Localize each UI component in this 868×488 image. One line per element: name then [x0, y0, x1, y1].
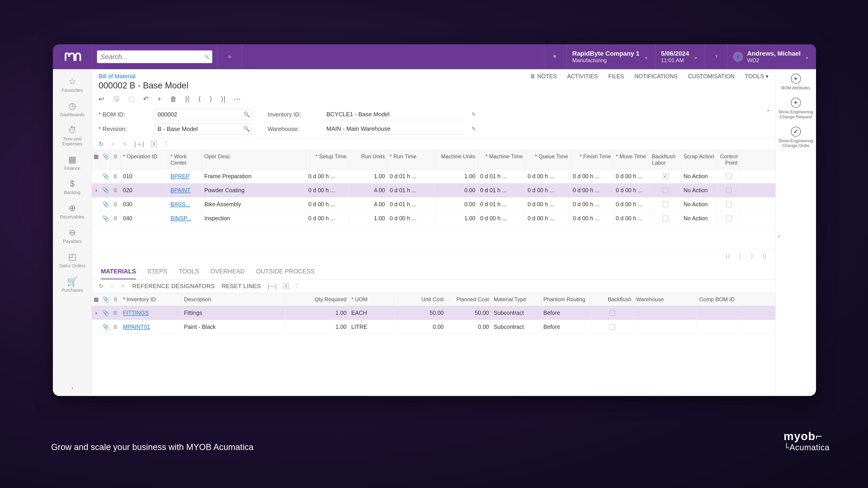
add-icon[interactable]: +: [157, 95, 161, 103]
cell-unit-cost[interactable]: 50.00: [394, 306, 446, 320]
pager-next-icon[interactable]: ⟩: [751, 252, 753, 260]
cell-control-point[interactable]: [717, 183, 740, 197]
business-date[interactable]: 5/06/2024 11:01 AM ⌄: [655, 44, 705, 69]
col-finish-time[interactable]: * Finish Time: [570, 150, 614, 169]
cell-setup-time[interactable]: 0 d 00 h ...: [306, 183, 349, 197]
notes-header[interactable]: 🗎: [111, 293, 121, 306]
cell-machine-units[interactable]: 1.00: [435, 211, 478, 225]
col-description[interactable]: Description: [182, 293, 286, 306]
collapse-panel-icon[interactable]: ‹: [778, 233, 780, 240]
app-logo[interactable]: [53, 44, 92, 69]
row-selector[interactable]: [92, 211, 101, 225]
delete-icon[interactable]: 🗑: [170, 95, 177, 103]
col-setup-time[interactable]: * Setup Time: [306, 150, 349, 169]
col-work-center[interactable]: * Work Center: [168, 150, 202, 169]
cell-description[interactable]: Powder Coating: [202, 183, 306, 197]
cell-finish-time[interactable]: 0 d 00 h ...: [570, 197, 614, 211]
tab-materials[interactable]: MATERIALS: [101, 268, 136, 279]
refresh-icon[interactable]: ↻: [217, 44, 242, 69]
add-row-icon[interactable]: +: [110, 283, 114, 290]
delete-row-icon[interactable]: ✕: [122, 140, 127, 148]
attachment-icon[interactable]: 📎: [101, 183, 111, 197]
user-menu[interactable]: 👤 Andrews, Michael WD2 ⌄: [727, 44, 816, 69]
col-phantom-routing[interactable]: Phantom Routing: [541, 293, 591, 306]
cell-machine-time[interactable]: 0 d 01 h ...: [478, 183, 525, 197]
cell-control-point[interactable]: [717, 197, 740, 211]
lookup-icon[interactable]: 🔍: [243, 126, 250, 132]
notes-header[interactable]: 🗎: [111, 150, 121, 169]
col-backflush[interactable]: Backflush Labor: [650, 150, 681, 169]
row-selector[interactable]: ›: [92, 183, 101, 197]
cell-scrap-action[interactable]: No Action: [681, 211, 717, 225]
more-icon[interactable]: ⋯: [234, 95, 241, 103]
cell-operation-id[interactable]: 030: [121, 197, 168, 211]
cell-scrap-action[interactable]: No Action: [681, 170, 717, 183]
cell-queue-time[interactable]: 0 d 00 h ...: [525, 183, 570, 197]
cell-machine-units[interactable]: 0.00: [435, 197, 478, 211]
refresh-icon[interactable]: ↻: [98, 283, 103, 290]
attachment-icon[interactable]: 📎: [101, 306, 111, 320]
global-search-icon[interactable]: 🔍: [544, 44, 567, 69]
prev-icon[interactable]: ⟨: [198, 95, 201, 103]
col-machine-time[interactable]: * Machine Time: [478, 150, 525, 169]
cell-inventory-id[interactable]: FITTINGS: [121, 306, 182, 320]
upload-icon[interactable]: ⤴: [164, 141, 167, 148]
cell-move-time[interactable]: 0 d 00 h ...: [614, 211, 650, 225]
col-oper-desc[interactable]: Oper Desc: [202, 150, 306, 169]
panel-show-engineering-change-order[interactable]: ✓Show Engineering Change Order: [776, 127, 816, 148]
cell-finish-time[interactable]: 0 d 00 h ...: [570, 170, 614, 183]
col-backflush[interactable]: Backflush: [591, 293, 634, 306]
help-icon[interactable]: ?: [705, 44, 727, 69]
action-files[interactable]: FILES: [608, 73, 624, 80]
attachment-icon[interactable]: 📎: [101, 211, 111, 225]
row-selector[interactable]: [92, 320, 101, 334]
lookup-icon[interactable]: 🔍: [243, 112, 250, 117]
nav-item-banking[interactable]: $Banking: [53, 175, 92, 199]
cell-description[interactable]: Bike Assembly: [202, 197, 306, 211]
cell-phantom-routing[interactable]: Before: [541, 306, 591, 320]
cell-operation-id[interactable]: 040: [121, 211, 168, 225]
cell-operation-id[interactable]: 020: [121, 183, 168, 197]
company-selector[interactable]: RapidByte Company 1 Manufacturing ⌄: [567, 44, 655, 69]
note-icon[interactable]: 🗎: [111, 197, 121, 211]
export-excel-icon[interactable]: X: [151, 141, 157, 147]
cell-backflush[interactable]: ✓: [650, 170, 681, 183]
fit-columns-icon[interactable]: |↔|: [134, 141, 144, 148]
note-icon[interactable]: 🗎: [111, 170, 121, 183]
reset-lines-button[interactable]: RESET LINES: [221, 283, 261, 290]
pencil-icon[interactable]: ✎: [471, 126, 476, 132]
operation-row[interactable]: 📎 🗎 030 BASS... Bike Assembly 0 d 00 h .…: [92, 197, 775, 211]
cell-work-center[interactable]: BPAINT: [168, 183, 202, 197]
cell-finish-time[interactable]: 0 d 00 h ...: [570, 211, 614, 225]
col-material-type[interactable]: Material Type: [491, 293, 541, 306]
cell-inventory-id[interactable]: MPAINT01: [121, 320, 182, 334]
reference-designators-button[interactable]: REFERENCE DESIGNATORS: [132, 283, 215, 290]
row-selector[interactable]: ›: [92, 306, 101, 320]
save-close-icon[interactable]: ▢: [128, 95, 134, 103]
col-run-time[interactable]: * Run Time: [388, 150, 435, 169]
nav-item-purchases[interactable]: 🛒Purchases: [53, 272, 92, 297]
back-icon[interactable]: ↩: [98, 95, 104, 103]
operation-row[interactable]: 📎 🗎 040 BINSP... Inspection 0 d 00 h ...…: [92, 211, 775, 225]
cell-unit-cost[interactable]: 0.00: [394, 320, 446, 334]
attach-header[interactable]: 📎: [101, 150, 111, 169]
cell-run-time[interactable]: 0 d 00 h ...: [388, 211, 435, 225]
cell-machine-units[interactable]: 1.00: [435, 170, 478, 183]
col-comp-bom-id[interactable]: Comp BOM ID: [697, 293, 742, 306]
action-activities[interactable]: ACTIVITIES: [567, 73, 598, 80]
cell-description[interactable]: Inspection: [202, 211, 306, 225]
cell-finish-time[interactable]: 0 d 00 h ...: [570, 183, 614, 197]
cell-planned-cost[interactable]: 50.00: [446, 306, 491, 320]
cell-backflush[interactable]: [591, 306, 634, 320]
row-selector[interactable]: [92, 197, 101, 211]
action-tools[interactable]: TOOLS ▾: [745, 73, 769, 80]
cell-move-time[interactable]: 0 d 00 h ...: [614, 197, 650, 211]
col-inventory-id[interactable]: * Inventory ID: [121, 293, 182, 306]
add-row-icon[interactable]: +: [111, 141, 115, 148]
cell-work-center[interactable]: BINSP...: [168, 211, 202, 225]
cell-run-time[interactable]: 0 d 01 h ...: [388, 197, 435, 211]
bom-id-input[interactable]: [155, 109, 252, 120]
attach-header[interactable]: 📎: [101, 293, 111, 306]
col-scrap-action[interactable]: Scrap Action: [681, 150, 717, 169]
cell-backflush[interactable]: [650, 183, 681, 197]
